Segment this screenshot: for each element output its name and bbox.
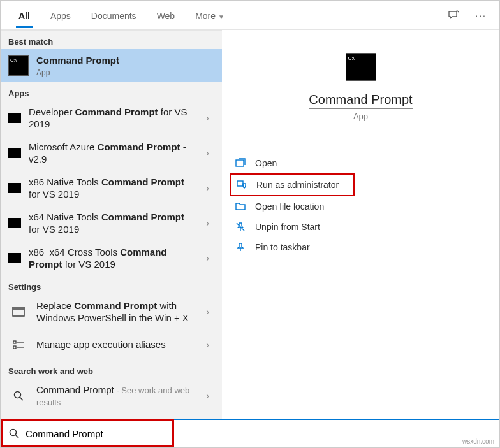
svg-point-6: [15, 392, 21, 398]
settings-result[interactable]: Manage app execution aliases ›: [1, 329, 222, 360]
chevron-right-icon[interactable]: ›: [201, 113, 214, 123]
svg-rect-2: [13, 341, 16, 343]
action-label: Pin to taskbar: [255, 242, 310, 252]
result-title: Command Prompt: [36, 54, 214, 67]
action-open-location[interactable]: Open file location: [230, 196, 492, 217]
svg-rect-9: [237, 181, 243, 186]
section-apps: Apps: [1, 82, 222, 101]
cmd-icon: [8, 253, 21, 263]
svg-line-7: [20, 398, 24, 401]
tab-all[interactable]: All: [8, 3, 40, 27]
best-match-result[interactable]: C:\ Command Prompt App: [1, 49, 222, 82]
watermark: wsxdn.com: [462, 438, 494, 445]
settings-result[interactable]: Replace Command Prompt with Windows Powe…: [1, 294, 222, 329]
svg-rect-8: [236, 160, 244, 166]
preview-title: Command Prompt: [309, 92, 412, 109]
svg-line-12: [16, 435, 19, 438]
search-icon: [9, 428, 19, 438]
window-icon: [8, 301, 29, 322]
search-box[interactable]: [1, 419, 174, 447]
result-title: x64 Native Tools Command Prompt for VS 2…: [29, 211, 193, 236]
unpin-icon: [235, 222, 246, 232]
result-title: Developer Command Prompt for VS 2019: [29, 106, 193, 131]
chevron-right-icon[interactable]: ›: [201, 253, 214, 263]
result-title: Manage app execution aliases: [36, 338, 193, 351]
svg-rect-0: [13, 307, 24, 316]
preview-actions: Open Run as administrator Open file loca…: [222, 153, 499, 257]
more-options-icon[interactable]: ···: [475, 10, 487, 20]
result-title: Replace Command Prompt with Windows Powe…: [36, 300, 193, 324]
tab-web[interactable]: Web: [147, 3, 186, 27]
chevron-right-icon[interactable]: ›: [201, 391, 214, 401]
alias-icon: [8, 335, 29, 355]
preview-app-icon: C:\_: [346, 53, 376, 81]
action-open[interactable]: Open: [230, 153, 492, 173]
chevron-right-icon[interactable]: ›: [201, 340, 214, 350]
search-icon: [8, 386, 29, 406]
app-result[interactable]: Developer Command Prompt for VS 2019 ›: [1, 101, 222, 136]
section-best-match: Best match: [1, 31, 222, 49]
open-icon: [235, 158, 246, 168]
results-pane: Best match C:\ Command Prompt App Apps D…: [1, 30, 222, 420]
app-result[interactable]: x86_x64 Cross Tools Command Prompt for V…: [1, 241, 222, 276]
result-title: x86_x64 Cross Tools Command Prompt for V…: [29, 246, 193, 271]
search-filter-tabs: All Apps Documents Web More▼ ···: [1, 1, 499, 30]
tab-apps[interactable]: Apps: [40, 3, 81, 27]
preview-subtitle: App: [222, 112, 499, 121]
result-subtitle: App: [36, 68, 214, 77]
tab-documents[interactable]: Documents: [81, 3, 147, 27]
preview-pane: C:\_ Command Prompt App Open Run as admi…: [222, 30, 499, 420]
app-result[interactable]: x86 Native Tools Command Prompt for VS 2…: [1, 171, 222, 206]
web-result[interactable]: Command Prompt - See work and web result…: [1, 379, 222, 414]
result-title: Command Prompt - See work and web result…: [36, 384, 193, 409]
svg-rect-3: [13, 346, 16, 349]
tab-more[interactable]: More▼: [185, 3, 235, 27]
result-title: x86 Native Tools Command Prompt for VS 2…: [29, 176, 193, 201]
feedback-icon[interactable]: [447, 9, 460, 22]
action-label: Open file location: [255, 201, 324, 212]
app-result[interactable]: Microsoft Azure Command Prompt - v2.9 ›: [1, 136, 222, 171]
chevron-right-icon[interactable]: ›: [201, 218, 214, 228]
cmd-icon: C:\: [8, 55, 29, 76]
action-label: Run as administrator: [256, 180, 339, 190]
action-label: Unpin from Start: [255, 222, 320, 232]
app-result[interactable]: x64 Native Tools Command Prompt for VS 2…: [1, 206, 222, 241]
cmd-icon: [8, 148, 21, 158]
chevron-right-icon[interactable]: ›: [201, 183, 214, 193]
action-unpin-start[interactable]: Unpin from Start: [230, 217, 492, 237]
section-web: Search work and web: [1, 360, 222, 379]
section-settings: Settings: [1, 276, 222, 294]
pin-icon: [235, 242, 246, 252]
result-title: Microsoft Azure Command Prompt - v2.9: [29, 141, 193, 166]
chevron-right-icon[interactable]: ›: [201, 307, 214, 317]
search-input[interactable]: [26, 428, 166, 439]
cmd-icon: [8, 183, 21, 193]
taskbar-strip: [174, 419, 499, 447]
action-run-as-admin[interactable]: Run as administrator: [230, 173, 355, 196]
svg-point-11: [10, 430, 17, 436]
folder-icon: [235, 201, 246, 212]
cmd-icon: [8, 113, 21, 123]
cmd-icon: [8, 218, 21, 228]
admin-shield-icon: [236, 180, 247, 190]
chevron-right-icon[interactable]: ›: [201, 148, 214, 158]
action-label: Open: [255, 158, 277, 168]
action-pin-taskbar[interactable]: Pin to taskbar: [230, 237, 492, 257]
